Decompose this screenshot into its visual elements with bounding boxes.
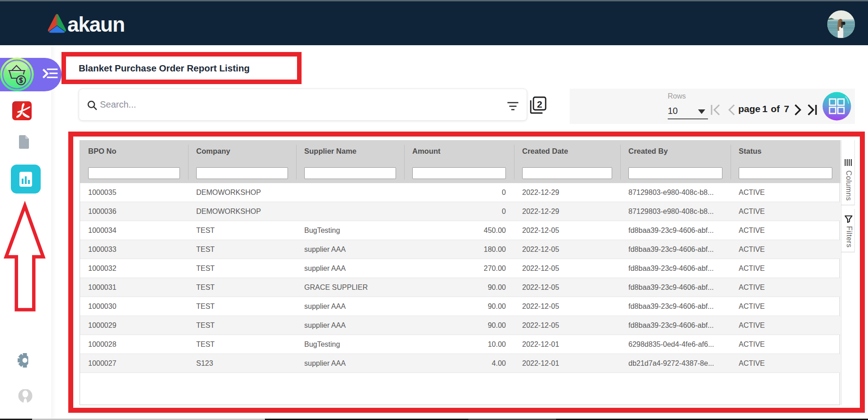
svg-text:2: 2 xyxy=(537,99,542,109)
